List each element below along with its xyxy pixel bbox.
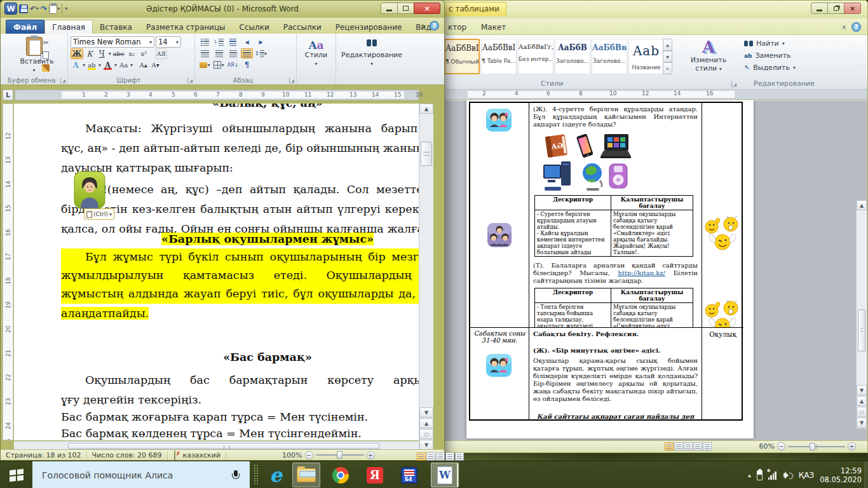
minimize-button[interactable] <box>811 3 828 14</box>
collapse-ribbon-icon[interactable]: ∧ <box>842 24 846 30</box>
sort-icon[interactable]: АЯ↓ <box>227 60 239 70</box>
font-color-button[interactable]: А <box>102 60 113 71</box>
align-center-icon[interactable] <box>213 48 225 58</box>
tab-mailings[interactable]: Рассылки <box>276 20 329 34</box>
decrease-indent-icon[interactable]: ◀ <box>241 37 253 47</box>
zoom-slider-thumb[interactable] <box>337 451 342 459</box>
styles-dialog-launcher[interactable] <box>731 81 737 87</box>
web-layout-icon[interactable] <box>436 452 445 461</box>
clear-formatting-button[interactable]: АЯ <box>156 48 167 59</box>
zoom-in-icon[interactable]: + <box>848 442 856 451</box>
page-count[interactable]: Страница: 18 из 102 <box>1 451 87 459</box>
scroll-down-icon[interactable]: ▼ <box>419 407 433 417</box>
zoom-in-icon[interactable]: + <box>367 451 375 459</box>
numbering-icon[interactable]: 1. <box>213 37 225 47</box>
style-title[interactable]: Aab Название <box>628 39 664 74</box>
browse-object-icon[interactable]: ○ <box>419 429 433 439</box>
select-button[interactable]: ↖ Выделить ▾ <box>743 62 850 74</box>
borders-icon[interactable]: ▾ <box>213 60 225 70</box>
editing-button[interactable]: Редактирование ▾ <box>336 39 407 67</box>
shading-icon[interactable]: ▾ <box>199 60 211 70</box>
increase-indent-icon[interactable]: ▶ <box>255 37 267 47</box>
tab-review[interactable]: Рецензирование <box>329 20 409 34</box>
previous-page-icon[interactable]: ▲ <box>419 418 433 428</box>
line-spacing-icon[interactable]: ↕▾ <box>255 48 267 58</box>
network-icon[interactable] <box>768 471 778 480</box>
bold-button[interactable]: Ж <box>71 48 83 59</box>
yandex-button[interactable]: Я <box>361 463 389 487</box>
grow-font-button[interactable]: А▴ <box>138 60 149 71</box>
minimize-button[interactable] <box>381 3 398 14</box>
maximize-button[interactable] <box>397 3 414 14</box>
align-left-icon[interactable] <box>199 48 211 58</box>
floppy-app-button[interactable] <box>395 463 423 487</box>
help-icon[interactable]: ? <box>430 21 439 30</box>
show-desktop-button[interactable] <box>864 461 868 488</box>
back-vertical-scrollbar[interactable]: ▲ ▼ ▲ ○ ▼ <box>856 200 867 428</box>
cut-icon[interactable]: ✂ <box>40 37 51 48</box>
chrome-button[interactable] <box>327 463 355 487</box>
front-titlebar[interactable]: W ↶▾ ↷ ▾ ▾ Әдістер ҚОЙМАСЫ (0) - Microso… <box>1 1 444 18</box>
draft-view-icon[interactable] <box>703 442 712 451</box>
gallery-up-icon[interactable]: ▲ <box>663 39 672 51</box>
front-document-page[interactable]: «Балық, құс, аң» Мақсаты: Жүргізуші ойын… <box>14 104 419 440</box>
internet-explorer-button[interactable]: e <box>262 463 290 487</box>
text-effects-button[interactable]: А <box>71 60 81 71</box>
replace-button[interactable]: ab Заменить <box>743 50 850 62</box>
zoom-slider[interactable] <box>316 454 364 456</box>
reading-view-icon[interactable] <box>426 452 435 461</box>
horizontal-ruler[interactable]: 12 34 56 78 910 1112 1314 1516 <box>15 90 419 100</box>
previous-page-icon[interactable]: ▲ <box>857 396 867 406</box>
italic-button[interactable]: К <box>85 48 95 59</box>
style-heading2[interactable]: АаБбВв Заголово... <box>592 39 627 74</box>
kitap-link[interactable]: http://kitap.kz/ <box>618 269 665 276</box>
back-horizontal-ruler[interactable]: 2 4 6 8 10 12 14 16 <box>439 90 867 100</box>
style-table-paragraph[interactable]: АаБбВвІ ¶ Table Pa... <box>481 39 517 74</box>
search-input[interactable] <box>32 470 232 480</box>
zoom-level[interactable]: 60% <box>759 442 775 451</box>
tray-expand-icon[interactable]: ▴ <box>748 472 751 478</box>
front-vertical-scrollbar[interactable]: ▲ ▼ ▲ ○ ▼ <box>419 104 433 451</box>
scrollbar-thumb[interactable] <box>421 142 432 166</box>
zoom-slider-thumb[interactable] <box>810 443 815 451</box>
back-titlebar[interactable]: с таблицами × <box>439 1 867 18</box>
collapse-ribbon-icon[interactable]: ∧ <box>421 22 425 29</box>
volume-icon[interactable] <box>783 471 793 480</box>
multilevel-list-icon[interactable] <box>227 37 239 47</box>
superscript-button[interactable]: x² <box>139 48 149 59</box>
tab-selector[interactable]: L <box>3 90 13 100</box>
tab-references[interactable]: Ссылки <box>233 20 276 34</box>
copy-icon[interactable] <box>40 50 51 60</box>
alisa-search-box[interactable] <box>32 461 250 488</box>
zoom-out-icon[interactable]: − <box>777 442 785 451</box>
tab-insert[interactable]: Вставка <box>93 20 139 34</box>
font-size-select[interactable]: 14▾ <box>156 36 181 48</box>
spellcheck-icon[interactable] <box>168 451 178 459</box>
subscript-button[interactable]: x₂ <box>126 48 137 59</box>
language-indicator[interactable]: казахский <box>178 451 226 459</box>
restore-button[interactable] <box>827 3 844 14</box>
next-page-icon[interactable]: ▼ <box>419 440 433 450</box>
font-name-select[interactable]: Times New Roman▾ <box>71 36 154 48</box>
underline-button[interactable]: Ч <box>97 48 107 59</box>
style-normal[interactable]: АаБбВвГ ¶ Обычный <box>444 39 480 74</box>
paragraph-dialog-launcher[interactable] <box>289 78 295 83</box>
paste-options-button[interactable]: (Ctrl) ▾ <box>84 208 114 220</box>
draft-view-icon[interactable] <box>455 452 464 461</box>
vertical-ruler[interactable]: 1213 1415 1617 1819 2021 2223 2425 <box>3 104 13 440</box>
outline-view-icon[interactable] <box>693 442 702 451</box>
boy-avatar-image[interactable] <box>74 171 105 209</box>
print-layout-icon[interactable] <box>417 452 426 461</box>
contextual-tab-tables[interactable]: с таблицами <box>442 2 506 16</box>
back-document-page[interactable]: (Ж). 4-суретте берілген құралдарды атаңд… <box>466 100 754 438</box>
zoom-out-icon[interactable]: − <box>305 451 313 459</box>
zoom-slider[interactable] <box>788 446 845 447</box>
strikethrough-button[interactable]: abc <box>112 48 125 59</box>
outline-view-icon[interactable] <box>445 452 454 461</box>
browse-object-icon[interactable]: ○ <box>857 407 867 417</box>
style-heading1[interactable]: АаБбВ Заголово... <box>555 39 590 74</box>
close-button[interactable]: × <box>844 3 861 14</box>
battery-icon[interactable] <box>757 470 763 480</box>
close-button[interactable]: × <box>414 3 440 14</box>
next-page-icon[interactable]: ▼ <box>857 417 867 428</box>
